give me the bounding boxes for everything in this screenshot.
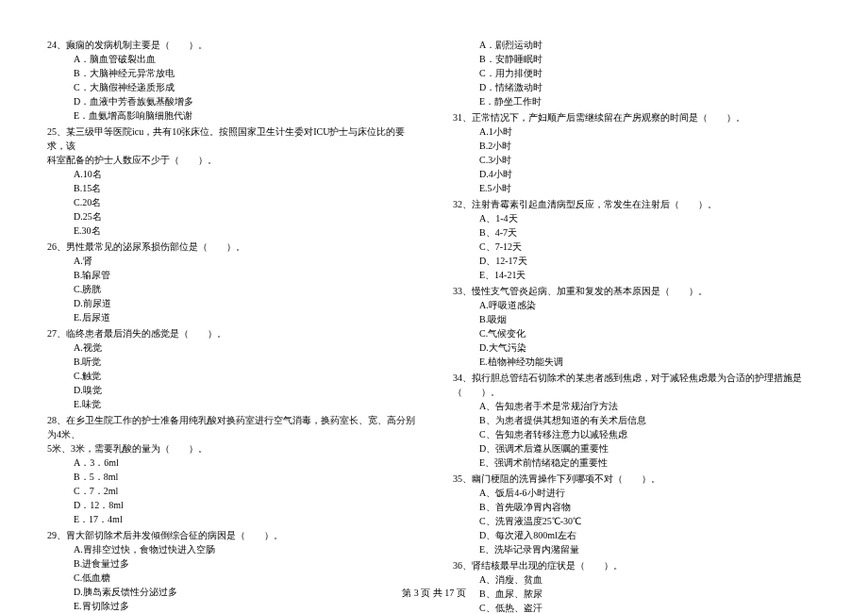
q34-opt-b: B、为患者提供其想知道的有关术后信息: [453, 413, 821, 427]
q25-opt-b: B.15名: [47, 181, 415, 195]
q24-opt-c: C．大脑假神经递质形成: [47, 80, 415, 94]
q33-opt-d: D.大气污染: [453, 340, 821, 355]
q25-opt-d: D.25名: [47, 209, 415, 224]
q29-opt-c: C.低血糖: [47, 571, 415, 585]
q32: 32、注射青霉素引起血清病型反应，常发生在注射后（ ）。 A、1-4天 B、4-…: [453, 197, 821, 282]
q30-opt-b: B．安静睡眠时: [453, 52, 821, 66]
q33: 33、慢性支气管炎起病、加重和复发的基本原因是（ ）。 A.呼吸道感染 B.吸烟…: [453, 284, 821, 369]
exam-page: 24、癫痫的发病机制主要是（ ）。 A．脑血管破裂出血 B．大脑神经元异常放电 …: [0, 0, 868, 613]
q26: 26、男性最常见的泌尿系损伤部位是（ ）。 A.肾 B.输尿管 C.膀胱 D.前…: [47, 240, 415, 324]
q30-opts: A．剧烈运动时 B．安静睡眠时 C．用力排便时 D．情绪激动时 E．静坐工作时: [453, 38, 821, 108]
q28-stem-2: 5米、3米，需要乳酸的量为（ ）。: [47, 441, 415, 456]
q24-opt-e: E．血氨增高影响脑细胞代谢: [47, 108, 415, 123]
q31-opt-d: D.4小时: [453, 167, 821, 181]
q33-opt-c: C.气候变化: [453, 326, 821, 340]
q29-opt-e: E.胃切除过多: [47, 599, 415, 613]
page-footer: 第 3 页 共 17 页: [0, 586, 868, 600]
q28-opt-c: C．7．2ml: [47, 484, 415, 498]
q27-stem: 27、临终患者最后消失的感觉是（ ）。: [47, 326, 415, 340]
left-column: 24、癫痫的发病机制主要是（ ）。 A．脑血管破裂出血 B．大脑神经元异常放电 …: [47, 38, 415, 613]
q31-stem: 31、正常情况下，产妇顺产后需继续留在产房观察的时间是（ ）。: [453, 110, 821, 124]
q27: 27、临终患者最后消失的感觉是（ ）。 A.视觉 B.听觉 C.触觉 D.嗅觉 …: [47, 326, 415, 411]
q29-opt-a: A.胃排空过快，食物过快进入空肠: [47, 542, 415, 556]
q24-stem: 24、癫痫的发病机制主要是（ ）。: [47, 38, 415, 52]
q34: 34、拟行胆总管结石切除术的某患者感到焦虑，对于减轻焦虑最为合适的护理措施是（ …: [453, 371, 821, 470]
q28-opt-d: D．12．8ml: [47, 498, 415, 512]
q28: 28、在乡卫生院工作的护士准备用纯乳酸对换药室进行空气消毒，换药室长、宽、高分别…: [47, 413, 415, 526]
q25-stem-2: 科室配备的护士人数应不少于（ ）。: [47, 153, 415, 167]
q36-opt-a: A、消瘦、贫血: [453, 572, 821, 587]
q34-stem: 34、拟行胆总管结石切除术的某患者感到焦虑，对于减轻焦虑最为合适的护理措施是（ …: [453, 371, 821, 399]
q25-stem-1: 25、某三级甲等医院icu，共有10张床位。按照国家卫生计生委对ICU护士与床位…: [47, 124, 415, 153]
right-column: A．剧烈运动时 B．安静睡眠时 C．用力排便时 D．情绪激动时 E．静坐工作时 …: [453, 38, 821, 613]
q30-opt-c: C．用力排便时: [453, 66, 821, 80]
q26-opt-a: A.肾: [47, 254, 415, 268]
q35: 35、幽门梗阻的洗胃操作下列哪项不对（ ）。 A、饭后4-6小时进行 B、首先吸…: [453, 472, 821, 556]
q29-stem: 29、胃大部切除术后并发倾倒综合征的病因是（ ）。: [47, 528, 415, 542]
q29: 29、胃大部切除术后并发倾倒综合征的病因是（ ）。 A.胃排空过快，食物过快进入…: [47, 528, 415, 613]
q35-stem: 35、幽门梗阻的洗胃操作下列哪项不对（ ）。: [453, 472, 821, 486]
q36-opt-c: C、低热、盗汗: [453, 601, 821, 613]
q33-stem: 33、慢性支气管炎起病、加重和复发的基本原因是（ ）。: [453, 284, 821, 298]
q24-opt-b: B．大脑神经元异常放电: [47, 66, 415, 80]
q26-opt-d: D.前尿道: [47, 296, 415, 310]
q35-opt-e: E、洗毕记录胃内潴留量: [453, 542, 821, 556]
q29-opt-b: B.进食量过多: [47, 556, 415, 571]
q32-opt-c: C、7-12天: [453, 240, 821, 254]
q28-opt-b: B．5．8ml: [47, 470, 415, 484]
q25-opt-e: E.30名: [47, 224, 415, 238]
q32-opt-a: A、1-4天: [453, 211, 821, 225]
q35-opt-b: B、首先吸净胃内容物: [453, 500, 821, 514]
q34-opt-c: C、告知患者转移注意力以减轻焦虑: [453, 427, 821, 441]
q36-stem: 36、肾结核最早出现的症状是（ ）。: [453, 558, 821, 572]
q25: 25、某三级甲等医院icu，共有10张床位。按照国家卫生计生委对ICU护士与床位…: [47, 124, 415, 238]
q26-opt-e: E.后尿道: [47, 310, 415, 324]
q27-opt-e: E.味觉: [47, 397, 415, 411]
q35-opt-d: D、每次灌入800ml左右: [453, 528, 821, 542]
q24-opt-a: A．脑血管破裂出血: [47, 52, 415, 66]
q32-opt-e: E、14-21天: [453, 268, 821, 282]
q26-stem: 26、男性最常见的泌尿系损伤部位是（ ）。: [47, 240, 415, 254]
q24-opt-d: D．血液中芳香族氨基酸增多: [47, 94, 415, 108]
q27-opt-b: B.听觉: [47, 355, 415, 369]
q32-opt-b: B、4-7天: [453, 225, 821, 240]
q31-opt-a: A.1小时: [453, 124, 821, 139]
q33-opt-b: B.吸烟: [453, 312, 821, 326]
q32-opt-d: D、12-17天: [453, 254, 821, 268]
q34-opt-a: A、告知患者手术是常规治疗方法: [453, 399, 821, 413]
q32-stem: 32、注射青霉素引起血清病型反应，常发生在注射后（ ）。: [453, 197, 821, 211]
q30-opt-a: A．剧烈运动时: [453, 38, 821, 52]
q24: 24、癫痫的发病机制主要是（ ）。 A．脑血管破裂出血 B．大脑神经元异常放电 …: [47, 38, 415, 123]
q34-opt-e: E、强调术前情绪稳定的重要性: [453, 456, 821, 470]
q25-opt-a: A.10名: [47, 167, 415, 181]
q28-opt-e: E．17．4ml: [47, 512, 415, 526]
q31-opt-c: C.3小时: [453, 153, 821, 167]
q26-opt-b: B.输尿管: [47, 268, 415, 282]
q28-opt-a: A．3．6ml: [47, 456, 415, 470]
q30-opt-d: D．情绪激动时: [453, 80, 821, 94]
q26-opt-c: C.膀胱: [47, 282, 415, 296]
q35-opt-c: C、洗胃液温度25℃-30℃: [453, 514, 821, 528]
q31: 31、正常情况下，产妇顺产后需继续留在产房观察的时间是（ ）。 A.1小时 B.…: [453, 110, 821, 195]
q27-opt-d: D.嗅觉: [47, 383, 415, 397]
q33-opt-e: E.植物神经功能失调: [453, 355, 821, 369]
q25-opt-c: C.20名: [47, 195, 415, 209]
q33-opt-a: A.呼吸道感染: [453, 298, 821, 312]
q28-stem-1: 28、在乡卫生院工作的护士准备用纯乳酸对换药室进行空气消毒，换药室长、宽、高分别…: [47, 413, 415, 441]
q35-opt-a: A、饭后4-6小时进行: [453, 486, 821, 500]
q31-opt-e: E.5小时: [453, 181, 821, 195]
q34-opt-d: D、强调术后遵从医嘱的重要性: [453, 441, 821, 456]
q31-opt-b: B.2小时: [453, 139, 821, 153]
q27-opt-c: C.触觉: [47, 369, 415, 383]
q27-opt-a: A.视觉: [47, 340, 415, 355]
q30-opt-e: E．静坐工作时: [453, 94, 821, 108]
